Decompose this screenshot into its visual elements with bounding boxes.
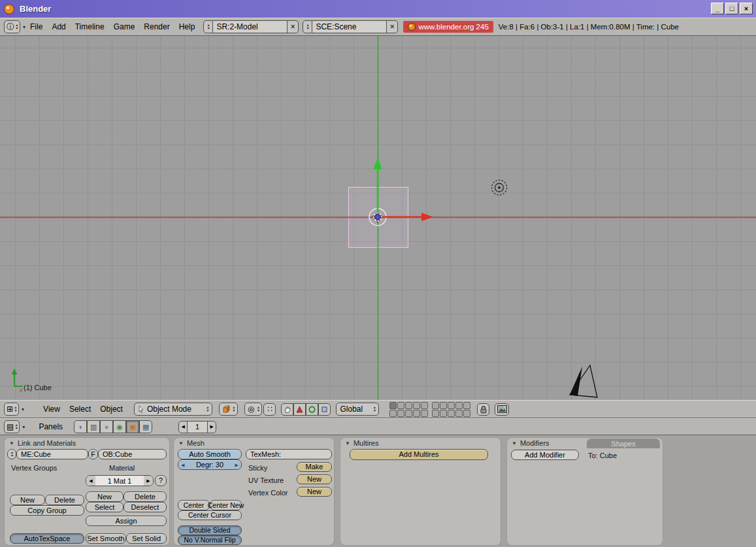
layer-toggle[interactable] — [389, 402, 397, 409]
layer-toggle[interactable] — [397, 402, 404, 409]
layer-toggle[interactable] — [405, 410, 412, 417]
layer-toggle[interactable] — [413, 402, 420, 409]
layer-toggle[interactable] — [448, 410, 455, 417]
layer-toggle[interactable] — [432, 410, 439, 417]
draw-type-dropdown[interactable]: ▴▾ — [219, 403, 238, 416]
menu-timeline[interactable]: Timeline — [71, 22, 109, 31]
frame-next-button[interactable]: ▶ — [207, 421, 216, 433]
menu-add[interactable]: Add — [47, 22, 70, 31]
degr-slider[interactable]: ◀ Degr: 30 ▶ — [178, 459, 242, 470]
frame-number-field[interactable]: 1 — [188, 421, 207, 433]
layer-toggle[interactable] — [389, 410, 397, 417]
no-vnormal-flip-toggle[interactable]: No V.Normal Flip — [178, 535, 242, 545]
transform-manipulator[interactable] — [369, 157, 433, 225]
object-context-button[interactable]: ◉ — [113, 420, 126, 433]
viewport-3d[interactable]: x (1) Cube — [0, 36, 756, 400]
layer-toggle[interactable] — [463, 402, 470, 409]
auto-smooth-toggle[interactable]: Auto Smooth — [178, 449, 242, 459]
mesh-browse-button[interactable]: ▴▾ — [7, 449, 16, 459]
center-cursor-button[interactable]: Center Cursor — [178, 510, 242, 520]
layer-toggle[interactable] — [440, 402, 447, 409]
vgroup-delete-button[interactable]: Delete — [45, 495, 84, 505]
set-smooth-button[interactable]: Set Smooth — [86, 533, 126, 544]
editor-type-button[interactable]: ⓘ ▴▾ — [4, 20, 20, 33]
double-sided-toggle[interactable]: Double Sided — [178, 525, 242, 535]
editor-type-button-buttons[interactable]: ▤ ▴▾ — [4, 420, 20, 433]
fake-user-button[interactable]: F — [88, 449, 98, 459]
screen-browse-button[interactable]: ▴▾ — [203, 20, 213, 33]
title-bar[interactable]: Blender _ □ × — [0, 0, 756, 18]
menu-help[interactable]: Help — [174, 22, 200, 31]
object-name-field[interactable]: OB:Cube — [98, 449, 167, 459]
panel-collapse-icon[interactable]: ▼ — [512, 440, 517, 446]
panel-header-link[interactable]: ▼ Link and Materials — [5, 438, 169, 448]
layer-toggle[interactable] — [455, 410, 463, 417]
collapse-menus-icon[interactable]: ▾ — [22, 424, 25, 430]
lock-layers-button[interactable] — [477, 403, 489, 416]
scene-delete-button[interactable]: × — [387, 20, 398, 33]
layer-toggle[interactable] — [440, 410, 447, 417]
render-preview-button[interactable] — [495, 403, 509, 416]
panel-collapse-icon[interactable]: ▼ — [345, 440, 350, 446]
panel-header-multires[interactable]: ▼ Multires — [340, 438, 501, 448]
layer-toggle[interactable] — [421, 410, 428, 417]
material-help-button[interactable]: ? — [155, 475, 167, 486]
close-button[interactable]: × — [740, 3, 753, 14]
maximize-button[interactable]: □ — [725, 3, 738, 14]
mode-dropdown[interactable]: Object Mode ▴▾ — [134, 403, 212, 416]
uv-texture-new-button[interactable]: New — [297, 474, 332, 484]
scene-context-button[interactable]: ▦ — [139, 420, 152, 433]
logic-context-button[interactable]: ◖ — [74, 420, 87, 433]
screen-name-field[interactable]: SR:2-Model — [213, 20, 288, 33]
vertex-color-new-button[interactable]: New — [297, 487, 332, 497]
frame-prev-button[interactable]: ◀ — [178, 421, 188, 433]
layer-toggle[interactable] — [397, 410, 404, 417]
manipulator-translate-button[interactable] — [293, 403, 306, 416]
lamp-object[interactable] — [492, 180, 507, 195]
manipulator-rotate-button[interactable] — [306, 403, 318, 416]
copy-group-button[interactable]: Copy Group — [10, 505, 84, 516]
material-delete-button[interactable]: Delete — [123, 491, 167, 502]
material-index-value[interactable]: 1 Mat 1 — [95, 476, 144, 486]
layer-toggle[interactable] — [448, 402, 455, 409]
menu-render[interactable]: Render — [139, 22, 174, 31]
orientation-dropdown[interactable]: Global ▴▾ — [336, 403, 379, 416]
layer-toggle[interactable] — [405, 402, 412, 409]
move-centers-button[interactable]: ∷ — [263, 403, 276, 416]
autotexspace-toggle[interactable]: AutoTexSpace — [10, 533, 84, 544]
mesh-name-field[interactable]: ME:Cube — [16, 449, 88, 459]
editor-type-button-3d[interactable]: ⊞ ▴▾ — [4, 403, 19, 416]
panels-menu[interactable]: Panels — [34, 422, 67, 431]
collapse-menus-icon[interactable]: ▾ — [22, 406, 24, 412]
menu-select[interactable]: Select — [65, 405, 95, 414]
material-prev-button[interactable]: ◀ — [86, 476, 95, 486]
screen-delete-button[interactable]: × — [288, 20, 299, 33]
panel-header-mesh[interactable]: ▼ Mesh — [174, 438, 334, 448]
menu-object[interactable]: Object — [95, 405, 127, 414]
version-badge[interactable]: www.blender.org 245 — [403, 21, 493, 33]
center-button[interactable]: Center — [178, 500, 210, 510]
manipulator-hand-button[interactable] — [281, 403, 293, 416]
manipulator-scale-button[interactable] — [318, 403, 331, 416]
vgroup-new-button[interactable]: New — [10, 495, 45, 505]
menu-file[interactable]: File — [25, 22, 47, 31]
add-modifier-button[interactable]: Add Modifier — [511, 450, 579, 460]
minimize-button[interactable]: _ — [711, 3, 724, 14]
layer-toggle[interactable] — [413, 410, 420, 417]
layer-toggle[interactable] — [432, 402, 439, 409]
script-context-button[interactable]: ▥ — [87, 420, 100, 433]
deselect-button[interactable]: Deselect — [123, 502, 167, 512]
center-new-button[interactable]: Center New — [210, 500, 242, 510]
shading-context-button[interactable]: ● — [100, 420, 113, 433]
editing-context-button[interactable]: ▣ — [126, 420, 139, 433]
panel-collapse-icon[interactable]: ▼ — [178, 440, 184, 446]
shapes-tab[interactable]: Shapes — [587, 439, 660, 448]
layer-toggle[interactable] — [463, 410, 470, 417]
material-new-button[interactable]: New — [86, 491, 123, 502]
assign-button[interactable]: Assign — [86, 516, 167, 526]
pivot-dropdown[interactable]: ◎ ▴▾ — [244, 403, 263, 416]
menu-game[interactable]: Game — [109, 22, 140, 31]
layer-toggle[interactable] — [455, 402, 463, 409]
sticky-make-button[interactable]: Make — [297, 462, 332, 472]
layer-toggle[interactable] — [421, 402, 428, 409]
